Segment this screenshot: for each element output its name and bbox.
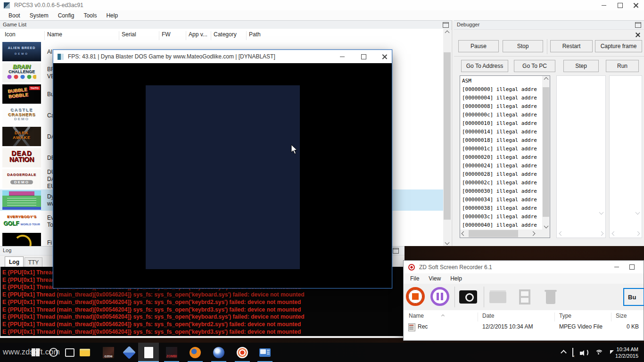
log-line: E {PPU[0x1] Thread (main_thread)[0x00546… [0, 313, 404, 321]
minimize-button[interactable] [596, 0, 612, 10]
scroll-down-icon[interactable] [599, 210, 603, 214]
column-header-serial[interactable]: Serial [122, 31, 136, 38]
minimize-icon [602, 5, 606, 6]
pause-button[interactable]: Pause [458, 40, 499, 52]
maximize-button[interactable] [356, 50, 371, 63]
taskbar-clock[interactable]: 10:34 AM 12/2/2015 [615, 346, 638, 359]
column-header-name[interactable]: Size [616, 313, 627, 319]
minimize-button[interactable] [609, 262, 625, 272]
tab-log[interactable]: Log [5, 256, 24, 267]
scroll-down-icon[interactable] [635, 210, 640, 214]
tray-chevron-up-icon[interactable] [561, 348, 566, 357]
stop-button[interactable]: Stop [503, 40, 543, 52]
screenshot-camera-icon[interactable] [458, 286, 479, 307]
recording-size: 0 KB [627, 323, 639, 330]
log-line: E {PPU[0x1] Thread (main_thread)[0x00546… [0, 306, 404, 314]
asm-vertical-scrollbar[interactable] [542, 76, 550, 230]
divider [484, 287, 484, 307]
scroll-left-icon[interactable] [611, 231, 616, 236]
debugger-close-icon[interactable] [635, 32, 641, 38]
desktop: RPCS3 v0.0.0.6-5-ed3ac91 BootSystemConfi… [0, 0, 644, 362]
scroll-right-icon[interactable] [599, 231, 603, 236]
zombi-taskbar-icon[interactable]: ZOMBI [161, 343, 182, 362]
rec-taskbar-icon[interactable] [232, 343, 253, 362]
diamond-taskbar-icon[interactable] [119, 343, 140, 362]
pause-recording-icon[interactable] [429, 286, 450, 307]
scrollbar-thumb[interactable] [543, 87, 549, 217]
menu-view[interactable]: View [424, 274, 446, 283]
firefox-taskbar-icon[interactable] [185, 343, 206, 362]
doc-taskbar-icon[interactable] [138, 343, 159, 362]
maximize-icon [618, 3, 623, 8]
asm-disassembly-list[interactable]: ASM[00000000] illegal addre[00000004] il… [460, 75, 550, 238]
float-panel-icon[interactable] [393, 248, 399, 254]
sysinfo-taskbar-icon[interactable] [255, 343, 275, 362]
power-icon[interactable] [572, 348, 573, 357]
gzdb-taskbar-icon[interactable]: GZDB [98, 343, 119, 362]
game-list-column-headers[interactable]: IconNameSerialFWApp v...CategoryPath [0, 29, 443, 41]
volume-icon[interactable] [580, 348, 588, 357]
cover-text: EVERYBODY'S [2, 214, 41, 219]
close-button[interactable] [378, 50, 392, 63]
column-header-size[interactable]: Name [409, 313, 424, 319]
column-header-fw[interactable]: FW [162, 31, 171, 38]
zd-toolbar: Bu [404, 284, 644, 311]
step-button[interactable]: Step [563, 60, 599, 72]
scroll-up-icon[interactable] [544, 77, 548, 82]
scroll-down-icon[interactable] [544, 224, 548, 229]
menu-boot[interactable]: Boot [4, 11, 25, 20]
scrollbar-thumb[interactable] [444, 52, 451, 220]
tab-tty[interactable]: TTY [25, 257, 42, 267]
menu-file[interactable]: File [405, 274, 424, 283]
divider [454, 56, 644, 57]
float-panel-icon[interactable] [443, 22, 449, 28]
everybodys-golf-icon: EVERYBODY'SGOLFWORLD TOUR [2, 212, 41, 231]
scroll-down-icon[interactable] [445, 240, 450, 245]
game-list-scrollbar[interactable] [443, 29, 451, 246]
column-header-icon[interactable]: Icon [5, 31, 16, 38]
close-button[interactable] [628, 0, 644, 10]
restart-button[interactable]: Restart [550, 40, 593, 52]
scroll-right-icon[interactable] [531, 231, 536, 236]
scroll-up-icon[interactable] [445, 30, 450, 35]
recording-name: Rec [418, 323, 428, 330]
recording-row[interactable]: Rec 12/2/2015 10:34 AM MPEG Video File 0… [404, 321, 644, 333]
column-header-name[interactable]: Name [47, 31, 62, 38]
wifi-icon[interactable] [595, 348, 603, 357]
scroll-left-icon[interactable] [559, 231, 563, 236]
menu-help[interactable]: Help [446, 274, 467, 283]
scroll-right-icon[interactable] [635, 231, 640, 236]
asm-horizontal-scrollbar[interactable] [460, 230, 550, 238]
globe-taskbar-icon[interactable] [208, 343, 229, 362]
go-to-address-button[interactable]: Go To Address [461, 60, 508, 72]
recordings-table-header[interactable]: NameDateTypeSize [404, 310, 644, 322]
buy-button[interactable]: Bu [623, 288, 644, 306]
explorer-taskbar-icon[interactable] [74, 343, 95, 362]
menu-tools[interactable]: Tools [79, 11, 101, 20]
record-icon [408, 264, 415, 271]
taskbar: GZDBZOMBI 10:34 AM 12/2/2015 [0, 343, 644, 362]
menu-config[interactable]: Config [53, 11, 79, 20]
float-panel-icon[interactable] [635, 22, 641, 28]
log-line: E {PPU[0x1] Thread (main_thread)[0x00546… [0, 291, 404, 299]
menu-help[interactable]: Help [101, 11, 123, 20]
run-button[interactable]: Run [606, 60, 639, 72]
video-file-icon [514, 286, 535, 307]
capture-frame-button[interactable]: Capture frame [595, 40, 642, 52]
column-header-category[interactable]: Category [214, 31, 237, 38]
minimize-button[interactable] [335, 50, 349, 63]
maximize-button[interactable] [612, 0, 628, 10]
scrollbar-thumb[interactable] [469, 230, 518, 237]
game-window: FPS: 43.81 | Dyna Blaster DOS Game by ww… [53, 49, 392, 288]
menu-system[interactable]: System [25, 11, 53, 20]
dark-awake-icon: DARKAWAKE [2, 127, 41, 146]
stop-recording-icon[interactable] [405, 286, 426, 307]
column-header-appv[interactable]: App v... [189, 31, 207, 38]
scroll-left-icon[interactable] [462, 231, 466, 236]
column-header-path[interactable]: Path [249, 31, 261, 38]
column-header-type[interactable]: Date [482, 313, 494, 319]
column-header-date[interactable]: Type [559, 313, 571, 319]
cover-text: DAGGERDALE [2, 173, 41, 177]
go-to-pc-button[interactable]: Go To PC [514, 60, 555, 72]
maximize-button[interactable] [624, 262, 640, 272]
